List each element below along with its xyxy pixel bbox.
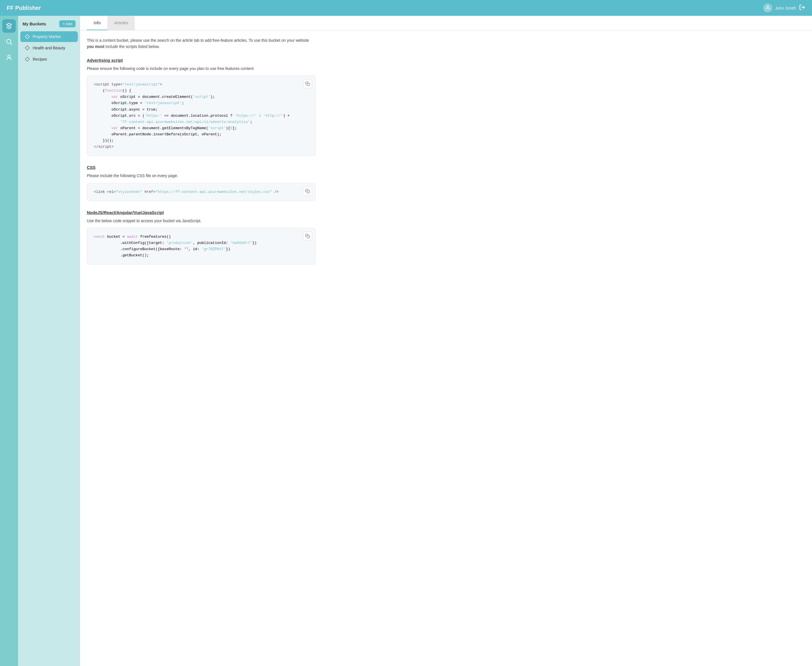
advertising-script-section: Advertising script Please ensure the fol… <box>87 58 316 156</box>
nodejs-heading: NodeJS/React/Angular/Vue/JavaScript <box>87 210 316 215</box>
content-area: Info Articles This is a content bucket, … <box>80 16 812 666</box>
copy-advertising-script-button[interactable] <box>303 79 312 88</box>
main-layout: My Buckets + Add Property Market Health … <box>0 16 812 666</box>
copy-css-button[interactable] <box>303 187 312 196</box>
code-line-2: (function() { <box>94 88 309 94</box>
user-info: John Smith <box>763 3 805 12</box>
css-code-block: <link rel="stylesheet" href="https://ff-… <box>87 183 316 201</box>
app-title: FF Publisher <box>7 5 41 11</box>
info-intro: This is a content bucket, please use the… <box>87 37 316 50</box>
css-desc: Please include the following CSS file on… <box>87 173 316 179</box>
diamond-icon-health <box>25 45 30 51</box>
diamond-icon-recipes <box>25 57 30 62</box>
js-code-line-2: .withConfig({target: 'production', publi… <box>94 240 309 246</box>
tabs-bar: Info Articles <box>80 16 812 30</box>
code-line-8: var oParent = document.getElementsByTagN… <box>94 125 309 131</box>
logout-icon[interactable] <box>799 4 805 12</box>
copy-nodejs-button[interactable] <box>303 231 312 241</box>
svg-rect-10 <box>307 236 310 238</box>
nav-sidebar: My Buckets + Add Property Market Health … <box>18 16 80 666</box>
sidebar-icon-user[interactable] <box>2 51 16 64</box>
js-code-line-3: .configureBucket({baseRoute: '', id: 'gr… <box>94 246 309 252</box>
css-code-line-1: <link rel="stylesheet" href="https://ff-… <box>94 189 309 195</box>
sidebar-item-recipes[interactable]: Recipes <box>20 54 78 64</box>
code-line-4: oScript.type = 'text/javascript'; <box>94 100 309 106</box>
svg-marker-5 <box>25 35 30 39</box>
topbar: FF Publisher John Smith <box>0 0 812 16</box>
tab-articles[interactable]: Articles <box>107 16 135 30</box>
svg-point-4 <box>8 55 10 58</box>
nodejs-code-block: const bucket = await freefeatures() .wit… <box>87 228 316 264</box>
sidebar-item-label-recipes: Recipes <box>33 57 47 61</box>
nodejs-section: NodeJS/React/Angular/Vue/JavaScript Use … <box>87 210 316 265</box>
tab-info[interactable]: Info <box>87 16 107 30</box>
code-line-7: 'ff-content-api.azurewebsites.net/api/v1… <box>94 119 309 125</box>
sidebar-icon-buckets[interactable] <box>2 19 16 33</box>
sidebar-icon-search[interactable] <box>2 35 16 48</box>
svg-marker-7 <box>25 57 30 61</box>
sidebar-item-label-health: Health and Beauty <box>33 46 65 50</box>
js-code-line-4: .getBucket(); <box>94 252 309 259</box>
nav-sidebar-header: My Buckets + Add <box>18 20 80 31</box>
advertising-script-heading: Advertising script <box>87 58 316 63</box>
icon-sidebar <box>0 16 18 666</box>
code-line-6: oScript.src = ('https:' == document.loca… <box>94 113 309 119</box>
code-line-5: oScript.async = true; <box>94 107 309 113</box>
svg-rect-8 <box>307 83 310 86</box>
add-bucket-button[interactable]: + Add <box>59 20 76 27</box>
svg-point-0 <box>767 6 769 8</box>
code-line-9: oParent.parentNode.insertBefore(oScript,… <box>94 131 309 138</box>
advertising-script-code-block: <script type="text/javascript"> (functio… <box>87 76 316 156</box>
code-line-3: var oScript = document.createElement('sc… <box>94 94 309 100</box>
info-panel: This is a content bucket, please use the… <box>80 30 323 280</box>
advertising-script-desc: Please ensure the following code is incl… <box>87 66 316 72</box>
sidebar-item-label-property: Property Market <box>33 35 61 39</box>
nodejs-desc: Use the below code snippet to access you… <box>87 218 316 224</box>
svg-point-2 <box>7 39 11 43</box>
code-line-11: </script> <box>94 144 309 150</box>
svg-line-3 <box>10 43 12 45</box>
nav-sidebar-title: My Buckets <box>23 21 46 26</box>
code-line-1: <script type="text/javascript"> <box>94 81 309 88</box>
sidebar-item-property-market[interactable]: Property Market <box>20 31 78 42</box>
diamond-icon-property <box>25 34 30 39</box>
js-code-line-1: const bucket = await freefeatures() <box>94 234 309 240</box>
svg-rect-9 <box>307 191 310 193</box>
code-line-10: })(); <box>94 138 309 144</box>
svg-marker-6 <box>25 46 30 50</box>
user-avatar <box>763 3 772 12</box>
username: John Smith <box>775 6 796 10</box>
css-heading: CSS <box>87 165 316 170</box>
css-section: CSS Please include the following CSS fil… <box>87 165 316 201</box>
sidebar-item-health-beauty[interactable]: Health and Beauty <box>20 43 78 53</box>
